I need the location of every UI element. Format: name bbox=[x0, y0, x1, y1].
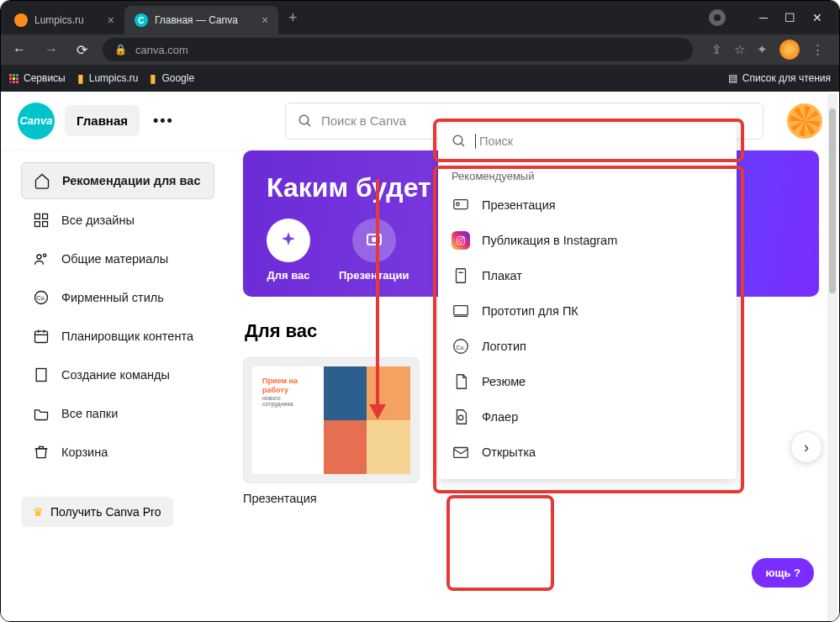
svg-text:Co.: Co. bbox=[36, 294, 46, 302]
favicon-lumpics bbox=[14, 13, 28, 27]
result-poster[interactable]: Плакат bbox=[438, 258, 737, 293]
carousel-next-button[interactable]: › bbox=[790, 431, 822, 463]
bookmark-google[interactable]: ▮Google bbox=[150, 71, 194, 85]
result-resume[interactable]: Резюме bbox=[438, 364, 737, 399]
hero-tab-presentations[interactable]: Презентации bbox=[339, 219, 409, 282]
svg-point-26 bbox=[453, 135, 462, 145]
sparkle-icon bbox=[267, 219, 310, 262]
tab-title: Главная — Canva bbox=[155, 14, 238, 26]
share-icon[interactable]: ⇪ bbox=[711, 42, 722, 57]
home-button[interactable]: Главная bbox=[65, 105, 140, 136]
tab-lumpics[interactable]: Lumpics.ru × bbox=[4, 6, 124, 34]
result-instagram[interactable]: Публикация в Instagram bbox=[438, 223, 737, 258]
search-placeholder: Поиск bbox=[479, 134, 513, 148]
monitor-icon bbox=[452, 302, 470, 320]
home-icon bbox=[34, 172, 50, 189]
result-infographic[interactable]: Инфографика bbox=[438, 470, 737, 479]
url-input[interactable]: 🔒 canva.com bbox=[103, 38, 693, 61]
svg-point-0 bbox=[714, 14, 721, 21]
result-presentation[interactable]: Презентация bbox=[438, 187, 737, 223]
sidebar-shared[interactable]: Общие материалы bbox=[21, 241, 214, 277]
extensions-icon[interactable]: ✦ bbox=[757, 42, 768, 57]
sidebar-trash[interactable]: Корзина bbox=[21, 435, 214, 470]
reload-button[interactable]: ⟳ bbox=[73, 40, 91, 60]
svg-rect-5 bbox=[35, 222, 40, 227]
search-dropdown: Поиск Рекомендуемый Презентация Публикац… bbox=[438, 124, 737, 479]
folder-icon bbox=[33, 405, 50, 422]
sidebar-all-designs[interactable]: Все дизайны bbox=[21, 203, 214, 238]
bookmark-lumpics[interactable]: ▮Lumpics.ru bbox=[77, 71, 139, 85]
new-tab-button[interactable]: + bbox=[285, 6, 301, 30]
text-cursor bbox=[475, 134, 476, 149]
tab-title: Lumpics.ru bbox=[34, 14, 84, 26]
trash-icon bbox=[33, 444, 50, 461]
window-controls: ─ ☐ ✕ bbox=[695, 9, 836, 26]
result-postcard[interactable]: Открытка bbox=[438, 435, 737, 470]
help-button[interactable]: ющь ? bbox=[752, 558, 814, 588]
result-logo[interactable]: Co.Логотип bbox=[438, 329, 737, 364]
tab-canva[interactable]: C Главная — Canva × bbox=[124, 6, 278, 34]
svg-rect-6 bbox=[43, 222, 48, 227]
result-prototype[interactable]: Прототип для ПК bbox=[438, 293, 737, 329]
search-icon bbox=[452, 134, 467, 149]
bookmark-services[interactable]: Сервисы bbox=[9, 72, 66, 84]
canva-logo[interactable]: Canva bbox=[18, 103, 55, 140]
search-icon bbox=[298, 113, 313, 129]
sidebar-team[interactable]: Создание команды bbox=[21, 357, 214, 393]
tab-strip: Lumpics.ru × C Главная — Canva × + ─ ☐ ✕ bbox=[1, 1, 839, 34]
document-icon bbox=[452, 372, 470, 391]
get-pro-button[interactable]: ♛Получить Canva Pro bbox=[21, 497, 173, 527]
folder-icon: ▮ bbox=[77, 71, 84, 85]
minimize-button[interactable]: ─ bbox=[759, 11, 768, 24]
grid-icon bbox=[33, 212, 50, 229]
bookmarks-bar: Сервисы ▮Lumpics.ru ▮Google ▤ Список для… bbox=[1, 65, 839, 92]
logo-icon: Co. bbox=[452, 337, 470, 356]
flyer-icon bbox=[452, 408, 470, 426]
crown-icon: ♛ bbox=[33, 505, 44, 519]
maximize-button[interactable]: ☐ bbox=[785, 11, 795, 24]
svg-point-39 bbox=[458, 415, 463, 420]
apps-icon bbox=[9, 74, 18, 83]
sidebar-folders[interactable]: Все папки bbox=[21, 396, 214, 431]
card-presentation[interactable]: Прием наработуновогосотрудника Презентац… bbox=[243, 357, 420, 505]
result-flyer[interactable]: Флаер bbox=[438, 399, 737, 435]
results-heading: Рекомендуемый bbox=[438, 160, 737, 187]
brand-icon: Co. bbox=[33, 289, 50, 306]
svg-point-7 bbox=[37, 255, 41, 259]
search-placeholder: Поиск в Canva bbox=[321, 113, 406, 128]
star-icon[interactable]: ☆ bbox=[734, 42, 745, 57]
sidebar-recommendations[interactable]: Рекомендации для вас bbox=[21, 162, 214, 199]
shield-icon[interactable] bbox=[709, 9, 726, 26]
close-window-button[interactable]: ✕ bbox=[812, 11, 822, 24]
close-icon[interactable]: × bbox=[108, 13, 114, 27]
back-button[interactable]: ← bbox=[9, 40, 29, 59]
svg-rect-3 bbox=[35, 214, 40, 219]
url-text: canva.com bbox=[135, 44, 188, 56]
sidebar-brand[interactable]: Co.Фирменный стиль bbox=[21, 280, 214, 315]
presentation-icon bbox=[352, 219, 396, 262]
reading-list[interactable]: ▤ Список для чтения bbox=[728, 72, 831, 84]
people-icon bbox=[33, 250, 50, 267]
svg-point-29 bbox=[457, 203, 460, 206]
instagram-icon bbox=[452, 231, 470, 250]
forward-button[interactable]: → bbox=[41, 40, 61, 59]
svg-rect-15 bbox=[36, 369, 46, 382]
close-icon[interactable]: × bbox=[262, 13, 268, 27]
svg-rect-4 bbox=[43, 214, 48, 219]
user-avatar[interactable] bbox=[787, 103, 822, 139]
profile-avatar[interactable] bbox=[779, 40, 800, 60]
presentation-icon bbox=[452, 196, 470, 214]
sidebar: Рекомендации для вас Все дизайны Общие м… bbox=[1, 150, 228, 621]
svg-line-2 bbox=[307, 123, 310, 126]
menu-icon[interactable]: ⋮ bbox=[811, 42, 824, 57]
hero-tab-for-you[interactable]: Для вас bbox=[267, 219, 310, 282]
more-button[interactable]: ••• bbox=[153, 112, 174, 129]
list-icon: ▤ bbox=[728, 72, 737, 84]
search-results[interactable]: Рекомендуемый Презентация Публикация в I… bbox=[438, 160, 737, 479]
svg-rect-33 bbox=[457, 269, 466, 283]
svg-point-21 bbox=[372, 238, 376, 241]
svg-text:Co.: Co. bbox=[456, 344, 465, 351]
sidebar-planner[interactable]: Планировщик контента bbox=[21, 319, 214, 354]
svg-point-8 bbox=[44, 254, 46, 256]
search-dropdown-input[interactable]: Поиск bbox=[438, 124, 737, 160]
